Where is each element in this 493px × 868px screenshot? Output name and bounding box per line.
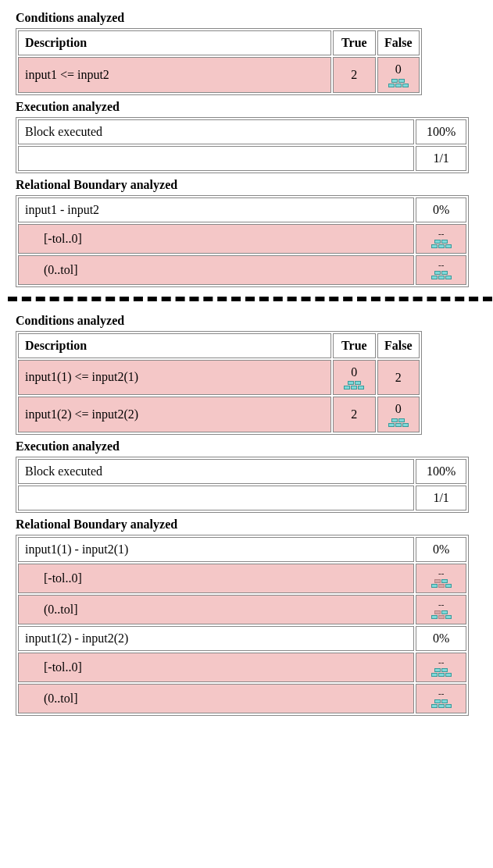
col-description: Description — [18, 333, 331, 358]
table-row: Block executed 100% — [18, 119, 466, 144]
relational-range: [-tol..0] — [18, 564, 414, 593]
execution-pct: 100% — [416, 459, 466, 484]
relational-value: -- — [416, 595, 466, 624]
coverage-icon — [431, 610, 452, 619]
condition-desc: input1(2) <= input2(2) — [18, 397, 331, 432]
execution-table: Block executed 100% 1/1 — [16, 457, 469, 513]
table-row: Block executed 100% — [18, 459, 466, 484]
relational-table: input1 - input2 0% [-tol..0] -- (0..tol]… — [16, 195, 469, 287]
relational-title: Relational Boundary analyzed — [16, 518, 493, 532]
coverage-icon — [431, 270, 452, 279]
execution-label: Block executed — [18, 459, 414, 484]
table-row: [-tol..0] -- — [18, 564, 466, 593]
condition-desc: input1 <= input2 — [18, 57, 331, 93]
condition-false: 0 — [377, 57, 420, 93]
relational-header: input1(2) - input2(2) — [18, 626, 414, 651]
table-row: [-tol..0] -- — [18, 653, 466, 682]
relational-range: (0..tol] — [18, 684, 414, 713]
relational-header: input1 - input2 — [18, 197, 414, 222]
execution-label: Block executed — [18, 119, 414, 144]
table-row: input1(1) <= input2(1) 0 2 — [18, 360, 420, 396]
table-row: input1 <= input2 2 0 — [18, 57, 420, 93]
relational-value: -- — [416, 564, 466, 593]
relational-title: Relational Boundary analyzed — [16, 178, 493, 192]
col-true: True — [333, 30, 375, 55]
col-false: False — [377, 333, 420, 358]
coverage-icon — [388, 418, 409, 427]
relational-range: [-tol..0] — [18, 653, 414, 682]
table-row: input1(2) - input2(2) 0% — [18, 626, 466, 651]
table-row: Description True False — [18, 333, 420, 358]
condition-false: 2 — [377, 360, 420, 396]
execution-ratio: 1/1 — [416, 486, 466, 510]
relational-pct: 0% — [416, 626, 466, 651]
execution-pct: 100% — [416, 119, 466, 144]
empty-cell — [18, 146, 414, 171]
coverage-icon — [431, 699, 452, 708]
relational-range: (0..tol] — [18, 255, 414, 285]
relational-value: -- — [416, 653, 466, 682]
value: 0 — [395, 62, 402, 76]
value: 0 — [351, 365, 357, 379]
empty-cell — [18, 486, 414, 510]
execution-title: Execution analyzed — [16, 100, 493, 114]
col-true: True — [333, 333, 375, 358]
relational-value: -- — [416, 224, 466, 254]
relational-table: input1(1) - input2(1) 0% [-tol..0] -- (0… — [16, 535, 469, 716]
table-row: 1/1 — [18, 146, 466, 171]
condition-false: 0 — [377, 397, 420, 432]
relational-range: [-tol..0] — [18, 224, 414, 254]
coverage-icon — [431, 667, 452, 677]
condition-true: 0 — [333, 360, 375, 396]
value: -- — [438, 658, 444, 666]
conditions-table: Description True False input1(1) <= inpu… — [16, 331, 422, 435]
table-row: 1/1 — [18, 486, 466, 510]
section-divider — [8, 297, 492, 301]
relational-header: input1(1) - input2(1) — [18, 537, 414, 562]
table-row: (0..tol] -- — [18, 255, 466, 285]
relational-value: -- — [416, 684, 466, 713]
value: 0 — [395, 402, 402, 416]
value: -- — [438, 569, 444, 577]
conditions-title: Conditions analyzed — [16, 11, 493, 25]
condition-true: 2 — [333, 397, 375, 432]
relational-range: (0..tol] — [18, 595, 414, 624]
conditions-table: Description True False input1 <= input2 … — [16, 28, 422, 95]
value: -- — [438, 600, 444, 608]
table-row: (0..tol] -- — [18, 595, 466, 624]
table-row: [-tol..0] -- — [18, 224, 466, 254]
coverage-icon — [431, 239, 452, 248]
execution-title: Execution analyzed — [16, 439, 493, 454]
value: -- — [438, 229, 444, 237]
conditions-title: Conditions analyzed — [16, 314, 493, 328]
condition-desc: input1(1) <= input2(1) — [18, 360, 331, 396]
value: 2 — [351, 68, 357, 82]
table-row: input1 - input2 0% — [18, 197, 466, 222]
col-description: Description — [18, 30, 331, 55]
value: -- — [438, 261, 444, 269]
value: 2 — [395, 371, 402, 385]
table-row: (0..tol] -- — [18, 684, 466, 713]
value: -- — [438, 689, 444, 697]
coverage-icon — [388, 78, 409, 87]
execution-table: Block executed 100% 1/1 — [16, 117, 469, 173]
coverage-icon — [431, 578, 452, 588]
table-row: input1(2) <= input2(2) 2 0 — [18, 397, 420, 432]
col-false: False — [377, 30, 420, 55]
relational-pct: 0% — [416, 537, 466, 562]
value: 2 — [351, 407, 357, 422]
condition-true: 2 — [333, 57, 375, 93]
execution-ratio: 1/1 — [416, 146, 466, 171]
relational-value: -- — [416, 255, 466, 285]
coverage-icon — [344, 380, 364, 390]
relational-pct: 0% — [416, 197, 466, 222]
table-row: Description True False — [18, 30, 420, 55]
table-row: input1(1) - input2(1) 0% — [18, 537, 466, 562]
